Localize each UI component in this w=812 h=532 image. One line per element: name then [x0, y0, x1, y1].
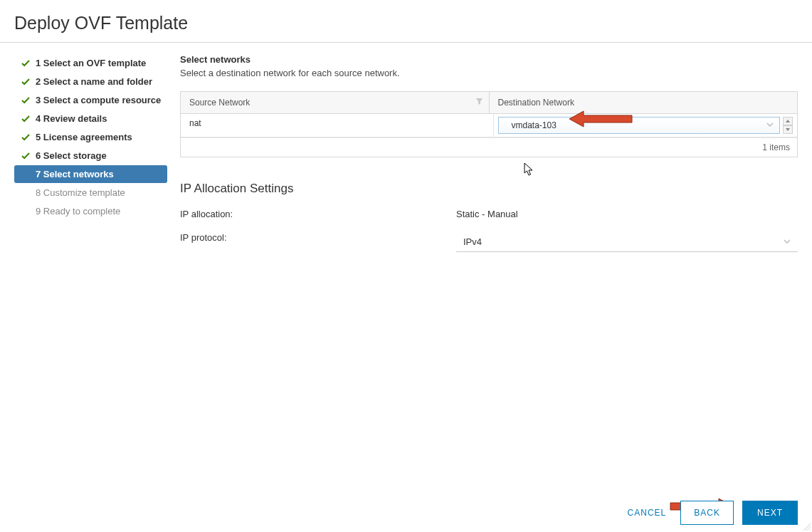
- wizard-footer: CANCEL BACK NEXT: [622, 501, 798, 525]
- chevron-down-icon: [766, 120, 774, 130]
- spin-down-button[interactable]: [783, 125, 793, 134]
- col-destination-network[interactable]: Destination Network: [490, 92, 798, 113]
- svg-line-4: [809, 529, 811, 531]
- step-label: 2 Select a name and folder: [36, 76, 152, 87]
- destination-network-cell: vmdata-103: [494, 114, 798, 137]
- step-7-select-networks[interactable]: 7 Select networks: [14, 165, 167, 183]
- spin-up-button[interactable]: [783, 117, 793, 125]
- step-label: 5 License agreements: [36, 132, 132, 142]
- step-3-select-compute-resource[interactable]: 3 Select a compute resource: [14, 91, 167, 109]
- step-label: 9 Ready to complete: [36, 206, 120, 217]
- col-label: Destination Network: [498, 98, 574, 108]
- main-panel: Select networks Select a destination net…: [167, 54, 798, 265]
- step-label: 1 Select an OVF template: [36, 58, 146, 68]
- page-title: Deploy OVF Template: [0, 0, 812, 43]
- ip-protocol-label: IP protocol:: [180, 232, 456, 252]
- ip-allocation-heading: IP Allocation Settings: [180, 182, 798, 196]
- check-icon: [20, 96, 31, 105]
- item-count: 1 items: [762, 142, 790, 152]
- step-6-select-storage[interactable]: 6 Select storage: [14, 147, 167, 165]
- section-subheading: Select a destination network for each so…: [180, 68, 798, 78]
- source-network-cell: nat: [181, 114, 494, 137]
- step-2-select-name-folder[interactable]: 2 Select a name and folder: [14, 73, 167, 90]
- filter-icon[interactable]: [475, 98, 483, 108]
- col-label: Source Network: [189, 98, 250, 108]
- check-icon: [20, 78, 31, 86]
- destination-network-dropdown[interactable]: vmdata-103: [498, 117, 781, 134]
- step-9-ready-to-complete: 9 Ready to complete: [14, 202, 167, 220]
- check-icon: [20, 152, 31, 160]
- row-spinner: [783, 117, 793, 134]
- next-button[interactable]: NEXT: [742, 501, 798, 525]
- step-label: 4 Review details: [36, 113, 107, 124]
- dropdown-value: vmdata-103: [512, 120, 557, 130]
- table-header: Source Network Destination Network: [181, 92, 797, 114]
- section-heading: Select networks: [180, 54, 798, 65]
- check-icon: [20, 59, 31, 68]
- ip-allocation-value: Static - Manual: [456, 209, 798, 219]
- table-footer: 1 items: [181, 137, 797, 157]
- step-1-select-ovf-template[interactable]: 1 Select an OVF template: [14, 54, 167, 72]
- cancel-button[interactable]: CANCEL: [622, 501, 673, 525]
- table-row: nat vmdata-103: [181, 114, 797, 137]
- check-icon: [20, 115, 31, 123]
- col-source-network[interactable]: Source Network: [181, 92, 490, 113]
- step-label: 7 Select networks: [36, 169, 114, 179]
- wizard-steps-sidebar: 1 Select an OVF template 2 Select a name…: [14, 54, 167, 265]
- dropdown-value: IPv4: [463, 236, 482, 247]
- ip-allocation-label: IP allocation:: [180, 209, 456, 219]
- ip-allocation-row: IP allocation: Static - Manual: [180, 209, 798, 219]
- step-label: 8 Customize template: [36, 187, 125, 198]
- chevron-down-icon: [784, 236, 791, 247]
- ip-protocol-dropdown[interactable]: IPv4: [456, 232, 798, 252]
- ip-protocol-row: IP protocol: IPv4: [180, 232, 798, 252]
- network-mapping-table: Source Network Destination Network nat v…: [180, 91, 798, 157]
- step-8-customize-template: 8 Customize template: [14, 184, 167, 202]
- step-4-review-details[interactable]: 4 Review details: [14, 110, 167, 127]
- step-label: 3 Select a compute resource: [36, 95, 161, 105]
- step-label: 6 Select storage: [36, 150, 107, 161]
- resize-grip-icon[interactable]: [802, 522, 811, 531]
- back-button[interactable]: BACK: [680, 501, 734, 525]
- step-5-license-agreements[interactable]: 5 License agreements: [14, 128, 167, 146]
- ip-protocol-field: IPv4: [456, 232, 798, 252]
- check-icon: [20, 133, 31, 142]
